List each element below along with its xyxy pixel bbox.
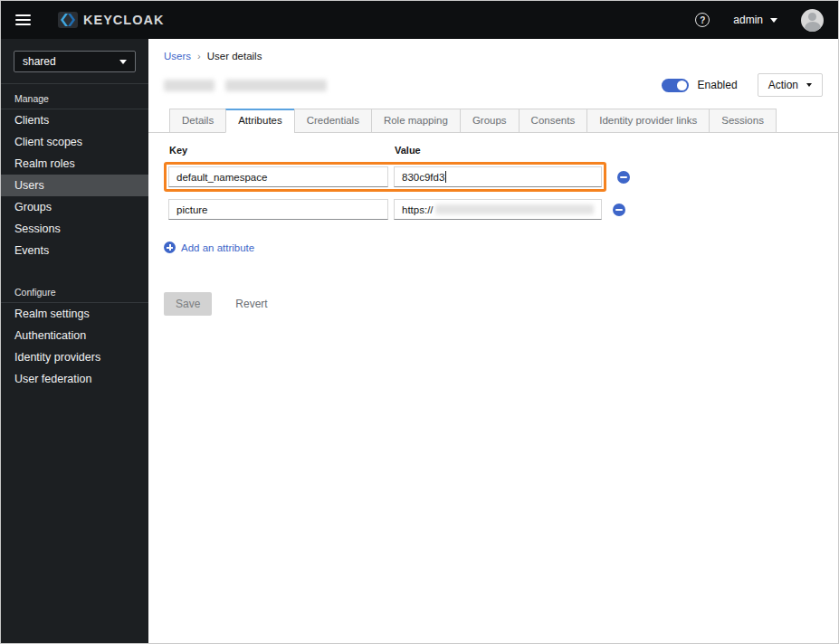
text-cursor: [445, 171, 446, 183]
brand-name: KEYCLOAK: [83, 13, 164, 27]
sidebar-item-realm-roles[interactable]: Realm roles: [1, 153, 148, 175]
highlight-annotation-box: default_namespace 830c9fd3: [164, 162, 606, 192]
help-icon[interactable]: ?: [695, 13, 710, 27]
user-menu[interactable]: admin: [733, 14, 777, 26]
tab-consents[interactable]: Consents: [519, 109, 588, 133]
attributes-panel: Key Value default_namespace 830c9fd3: [148, 133, 838, 316]
tab-identity-provider-links[interactable]: Identity provider links: [586, 109, 710, 133]
tab-bar: Details Attributes Credentials Role mapp…: [148, 109, 838, 133]
enabled-label: Enabled: [698, 79, 738, 91]
tab-role-mapping[interactable]: Role mapping: [371, 109, 461, 133]
attribute-value-input[interactable]: 830c9fd3: [394, 166, 602, 187]
keycloak-logo-icon: [56, 11, 80, 29]
tab-groups[interactable]: Groups: [460, 109, 520, 133]
chevron-down-icon: [119, 60, 127, 64]
sidebar-item-groups[interactable]: Groups: [1, 196, 148, 218]
plus-circle-icon: [164, 242, 176, 253]
sidebar-item-users[interactable]: Users: [1, 175, 148, 196]
sidebar: shared Manage Clients Client scopes Real…: [1, 39, 148, 643]
redacted-url-blur: [435, 204, 594, 214]
attribute-value-text: https://: [402, 204, 434, 215]
attribute-key-input[interactable]: picture: [168, 199, 388, 220]
attribute-value-input[interactable]: https://: [394, 199, 602, 220]
attribute-key-input[interactable]: default_namespace: [168, 166, 388, 187]
breadcrumb-users-link[interactable]: Users: [164, 51, 191, 62]
nav-section-configure: Configure: [1, 278, 148, 302]
keycloak-logo: KEYCLOAK: [56, 11, 164, 29]
hamburger-menu-icon[interactable]: [15, 14, 31, 25]
table-row: picture https://: [164, 194, 823, 224]
chevron-down-icon: [770, 18, 777, 23]
masthead: KEYCLOAK ? admin: [1, 1, 838, 39]
add-attribute-label: Add an attribute: [181, 242, 254, 253]
attribute-key-text: default_namespace: [176, 172, 267, 183]
form-actions: Save Revert: [164, 292, 823, 316]
breadcrumb-current: User details: [207, 51, 262, 62]
save-button[interactable]: Save: [164, 292, 212, 316]
value-column-header: Value: [395, 145, 421, 156]
page-title-redacted: [164, 80, 215, 91]
sidebar-item-events[interactable]: Events: [1, 240, 148, 261]
main-content: Users › User details Enabled Action Deta…: [148, 39, 838, 643]
enabled-toggle[interactable]: [662, 79, 689, 92]
tab-attributes[interactable]: Attributes: [225, 109, 295, 133]
add-attribute-link[interactable]: Add an attribute: [164, 242, 254, 253]
breadcrumb-separator: ›: [197, 51, 201, 62]
sidebar-item-clients[interactable]: Clients: [1, 109, 148, 131]
attributes-table-headers: Key Value: [169, 145, 823, 156]
chevron-down-icon: [806, 83, 812, 87]
nav-section-manage: Manage: [1, 84, 148, 109]
realm-selector-value: shared: [23, 55, 56, 68]
breadcrumb: Users › User details: [148, 39, 838, 62]
tab-sessions[interactable]: Sessions: [709, 109, 777, 133]
page-title-redacted: [225, 80, 327, 91]
sidebar-item-identity-providers[interactable]: Identity providers: [1, 346, 148, 368]
tab-credentials[interactable]: Credentials: [294, 109, 372, 133]
sidebar-item-user-federation[interactable]: User federation: [1, 368, 148, 390]
sidebar-item-realm-settings[interactable]: Realm settings: [1, 303, 148, 325]
realm-selector[interactable]: shared: [14, 51, 136, 72]
revert-button[interactable]: Revert: [235, 298, 267, 310]
attribute-value-text: 830c9fd3: [402, 172, 444, 183]
remove-attribute-minus-icon[interactable]: [617, 171, 630, 184]
action-dropdown-button[interactable]: Action: [758, 73, 823, 97]
keycloak-admin-window: KEYCLOAK ? admin shared Manage Clients C…: [0, 0, 839, 644]
sidebar-item-authentication[interactable]: Authentication: [1, 325, 148, 346]
tab-details[interactable]: Details: [169, 109, 226, 133]
sidebar-item-sessions[interactable]: Sessions: [1, 218, 148, 240]
page-title-row: Enabled Action: [148, 62, 838, 97]
key-column-header: Key: [169, 145, 395, 156]
sidebar-item-client-scopes[interactable]: Client scopes: [1, 131, 148, 153]
avatar[interactable]: [801, 9, 824, 32]
action-dropdown-label: Action: [768, 79, 798, 91]
remove-attribute-minus-icon[interactable]: [613, 204, 625, 216]
table-row: default_namespace 830c9fd3: [164, 162, 823, 192]
username: admin: [733, 14, 763, 26]
attribute-key-text: picture: [176, 204, 208, 215]
